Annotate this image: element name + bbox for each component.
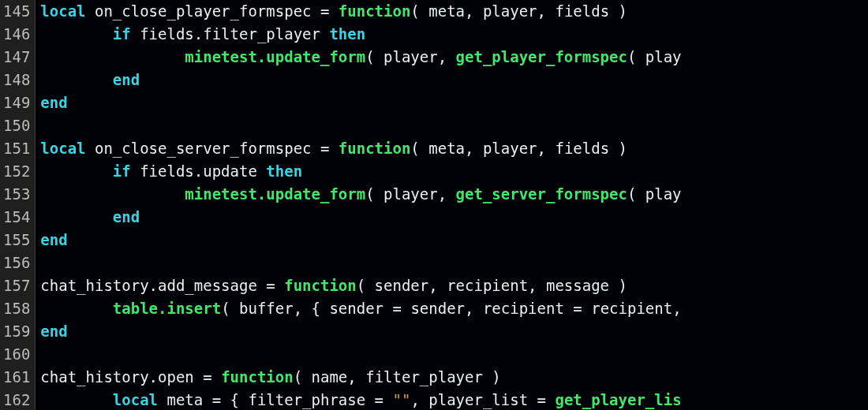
code-area[interactable]: local on_close_player_formspec = functio… bbox=[36, 0, 868, 410]
code-line[interactable]: end bbox=[40, 91, 868, 114]
token-fn: minetest.update_form bbox=[185, 48, 365, 65]
token-id bbox=[40, 71, 113, 88]
token-id: fields bbox=[555, 140, 609, 157]
token-id bbox=[40, 162, 113, 180]
token-id bbox=[40, 48, 185, 65]
token-kw: local bbox=[40, 140, 85, 157]
token-punct: = bbox=[564, 300, 591, 317]
token-fn: table.insert bbox=[113, 300, 221, 317]
line-number: 157 bbox=[3, 274, 30, 297]
token-punct: , bbox=[672, 300, 681, 317]
token-punct: , bbox=[537, 2, 556, 20]
token-punct: = bbox=[203, 368, 221, 386]
line-number: 160 bbox=[3, 343, 30, 366]
token-kw: end bbox=[113, 71, 140, 88]
token-id: filter_phrase bbox=[248, 391, 365, 408]
token-punct: , bbox=[410, 391, 428, 408]
code-line[interactable]: end bbox=[40, 229, 868, 252]
line-number: 147 bbox=[3, 46, 30, 69]
code-line[interactable] bbox=[40, 343, 868, 366]
line-number: 161 bbox=[3, 366, 30, 389]
token-punct: ) bbox=[609, 2, 627, 20]
token-id: fields bbox=[555, 2, 609, 20]
token-id: sender bbox=[375, 277, 429, 294]
token-punct: ( bbox=[410, 140, 428, 157]
token-punct: , bbox=[428, 277, 447, 294]
token-kw: if bbox=[113, 25, 131, 43]
token-fn: function bbox=[284, 277, 357, 294]
token-fn: get_server_formspec bbox=[456, 185, 627, 203]
code-line[interactable]: if fields.filter_player then bbox=[40, 23, 868, 46]
code-line[interactable]: local on_close_player_formspec = functio… bbox=[40, 0, 868, 23]
token-punct: , { bbox=[294, 300, 330, 317]
token-id: chat_history.open bbox=[40, 368, 203, 386]
line-number: 153 bbox=[3, 183, 30, 206]
token-punct: = bbox=[320, 140, 339, 157]
token-punct: ( bbox=[365, 48, 383, 65]
token-id: fields.filter_player bbox=[131, 25, 330, 43]
token-kw: end bbox=[40, 94, 67, 111]
code-line[interactable]: minetest.update_form( player, get_player… bbox=[40, 46, 868, 69]
token-punct: , bbox=[528, 277, 546, 294]
token-punct: ) bbox=[609, 277, 627, 294]
token-id: sender bbox=[329, 300, 383, 317]
token-punct: = bbox=[320, 2, 339, 20]
token-id: recipient bbox=[483, 300, 564, 317]
code-line[interactable]: end bbox=[40, 320, 868, 343]
token-id: buffer bbox=[239, 300, 294, 317]
code-line[interactable]: chat_history.open = function( name, filt… bbox=[40, 366, 868, 389]
code-line[interactable]: minetest.update_form( player, get_server… bbox=[40, 183, 868, 206]
code-line[interactable]: chat_history.add_message = function( sen… bbox=[40, 274, 868, 297]
line-number: 162 bbox=[3, 389, 30, 410]
token-id: recipient bbox=[447, 277, 528, 294]
token-punct: = bbox=[266, 277, 284, 294]
code-line[interactable]: table.insert( buffer, { sender = sender,… bbox=[40, 297, 868, 320]
token-punct: ( bbox=[221, 300, 239, 317]
token-punct: , bbox=[465, 2, 483, 20]
code-editor[interactable]: 1451461471481491501511521531541551561571… bbox=[0, 0, 868, 410]
token-punct: ( bbox=[365, 185, 383, 203]
line-number: 152 bbox=[3, 160, 30, 183]
token-id: meta bbox=[428, 2, 465, 20]
token-id: player bbox=[483, 2, 537, 20]
code-line[interactable]: local meta = { filter_phrase = "", playe… bbox=[40, 389, 868, 410]
code-line[interactable] bbox=[40, 252, 868, 274]
code-line[interactable]: if fields.update then bbox=[40, 160, 868, 183]
token-kw: local bbox=[113, 391, 158, 408]
token-punct: ) bbox=[483, 368, 501, 386]
token-punct: , bbox=[537, 140, 556, 157]
token-punct: = { bbox=[212, 391, 249, 408]
token-punct: ( bbox=[410, 2, 428, 20]
token-punct: ) bbox=[609, 140, 627, 157]
token-id: player bbox=[383, 185, 438, 203]
token-id: on_close_player_formspec bbox=[86, 2, 320, 20]
token-punct: ( bbox=[294, 368, 312, 386]
token-id bbox=[40, 185, 185, 203]
token-punct: , bbox=[438, 185, 456, 203]
token-kw: end bbox=[113, 208, 140, 226]
line-number: 159 bbox=[3, 320, 30, 343]
token-punct: ( bbox=[627, 48, 645, 65]
token-id: play bbox=[645, 48, 682, 65]
line-number: 156 bbox=[3, 252, 30, 274]
token-id bbox=[40, 300, 113, 317]
code-line[interactable]: end bbox=[40, 69, 868, 91]
token-punct: , bbox=[438, 48, 456, 65]
line-number: 155 bbox=[3, 229, 30, 252]
token-fn: function bbox=[221, 368, 294, 386]
token-id: meta bbox=[158, 391, 212, 408]
line-number: 158 bbox=[3, 297, 30, 320]
line-number: 150 bbox=[3, 114, 30, 137]
token-kw: local bbox=[40, 2, 85, 20]
token-id: filter_player bbox=[365, 368, 483, 386]
token-kw: if bbox=[113, 162, 131, 180]
line-number: 148 bbox=[3, 69, 30, 91]
token-punct: = bbox=[528, 391, 555, 408]
token-id: player_list bbox=[428, 391, 528, 408]
token-id: name bbox=[312, 368, 348, 386]
token-fn: get_player_lis bbox=[555, 391, 681, 408]
code-line[interactable] bbox=[40, 114, 868, 137]
code-line[interactable]: end bbox=[40, 206, 868, 229]
code-line[interactable]: local on_close_server_formspec = functio… bbox=[40, 137, 868, 160]
token-id: meta bbox=[428, 140, 465, 157]
